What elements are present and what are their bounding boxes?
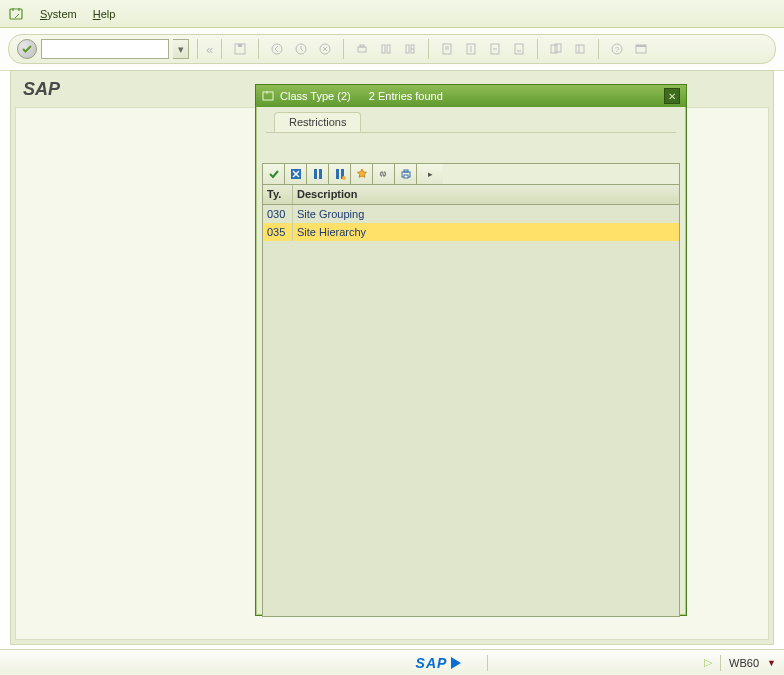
svg-rect-25 [314, 169, 317, 179]
application-toolbar-wrap: ▾ « ? [0, 28, 784, 71]
personal-list-button[interactable] [351, 164, 373, 184]
cell-description: Site Grouping [293, 205, 679, 223]
col-header-description[interactable]: Description [293, 185, 679, 204]
dialog-titlebar: Class Type (2) 2 Entries found ✕ [256, 85, 686, 107]
svg-rect-22 [636, 45, 646, 47]
help-icon: ? [607, 39, 627, 59]
shortcut-icon [570, 39, 590, 59]
transaction-code[interactable]: WB60 [729, 657, 759, 669]
print-icon [352, 39, 372, 59]
menu-system[interactable]: System [40, 8, 77, 20]
toolbar-separator [221, 39, 222, 59]
tab-restrictions[interactable]: Restrictions [274, 112, 361, 132]
sap-logo: SAP [416, 655, 448, 671]
cell-description: Site Hierarchy [293, 223, 679, 241]
find-icon [376, 39, 396, 59]
table-row[interactable]: 035Site Hierarchy [263, 223, 679, 241]
application-toolbar: ▾ « ? [8, 34, 776, 64]
print-list-button[interactable] [395, 164, 417, 184]
svg-rect-27 [336, 169, 339, 179]
col-header-ty[interactable]: Ty. [263, 185, 293, 204]
dialog-close-button[interactable]: ✕ [664, 88, 680, 104]
cell-ty: 030 [263, 205, 293, 223]
find-button[interactable] [307, 164, 329, 184]
svg-rect-32 [404, 175, 408, 178]
svg-rect-2 [238, 44, 242, 47]
prev-page-icon [461, 39, 481, 59]
svg-rect-10 [406, 45, 409, 53]
status-dropdown-icon[interactable]: ▼ [767, 658, 776, 668]
menu-help[interactable]: Help [93, 8, 116, 20]
svg-text:?: ? [615, 45, 620, 54]
toolbar-separator [258, 39, 259, 59]
toolbar-separator [537, 39, 538, 59]
svg-rect-23 [263, 92, 273, 100]
svg-rect-15 [515, 44, 523, 54]
toolbar-separator [197, 39, 198, 59]
cancel-icon [315, 39, 335, 59]
toolbar-separator [343, 39, 344, 59]
back-icon [267, 39, 287, 59]
status-indicator-icon: ▷ [704, 656, 712, 669]
dialog-tabstrip: Restrictions [256, 107, 686, 133]
cancel-dialog-button[interactable] [285, 164, 307, 184]
print-list-dropdown[interactable]: ▸ [417, 164, 443, 184]
new-session-icon [546, 39, 566, 59]
svg-rect-9 [387, 45, 390, 53]
svg-point-29 [342, 176, 346, 180]
dialog-title-icon [262, 90, 274, 102]
svg-rect-6 [358, 47, 366, 52]
dialog-title-text: Class Type (2) [280, 90, 351, 102]
command-dropdown[interactable]: ▾ [173, 39, 189, 59]
find-next-icon [400, 39, 420, 59]
svg-rect-7 [360, 45, 364, 47]
result-grid: Ty. Description 030Site Grouping035Site … [262, 185, 680, 617]
cell-ty: 035 [263, 223, 293, 241]
enter-button[interactable] [17, 39, 37, 59]
status-bar: SAP ▷ WB60 ▼ [0, 649, 784, 675]
menu-bar: System Help [0, 0, 784, 28]
next-page-icon [485, 39, 505, 59]
choose-button[interactable] [263, 164, 285, 184]
toolbar-separator [598, 39, 599, 59]
first-page-icon [437, 39, 457, 59]
svg-rect-8 [382, 45, 385, 53]
svg-rect-18 [576, 45, 584, 53]
svg-point-3 [272, 44, 282, 54]
technical-info-button[interactable] [373, 164, 395, 184]
search-help-dialog: Class Type (2) 2 Entries found ✕ Restric… [255, 84, 687, 616]
exit-icon [291, 39, 311, 59]
svg-rect-26 [319, 169, 322, 179]
table-row[interactable]: 030Site Grouping [263, 205, 679, 223]
layout-icon [631, 39, 651, 59]
svg-rect-31 [404, 170, 408, 172]
dialog-entries-found: 2 Entries found [369, 90, 443, 102]
grid-header: Ty. Description [263, 185, 679, 205]
save-icon [230, 39, 250, 59]
menu-app-icon[interactable] [8, 6, 24, 22]
last-page-icon [509, 39, 529, 59]
dialog-toolbar: ▸ [262, 163, 680, 185]
toolbar-separator [428, 39, 429, 59]
find-more-button[interactable] [329, 164, 351, 184]
command-field[interactable] [41, 39, 169, 59]
nav-back-icon: « [206, 42, 213, 57]
